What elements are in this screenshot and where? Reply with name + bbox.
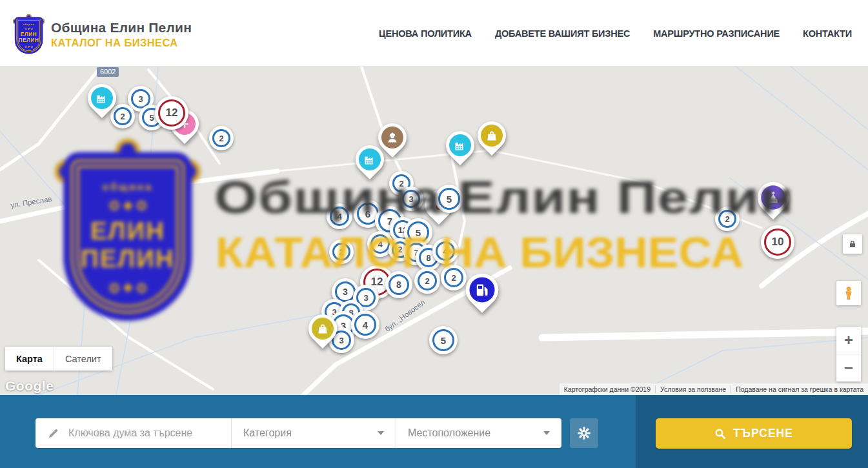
map-cluster-marker[interactable]: 2 bbox=[715, 207, 740, 231]
site-title: Община Елин Пелин bbox=[51, 20, 192, 36]
map-view-button[interactable]: Карта bbox=[5, 347, 54, 371]
crest-name-line2: ПЕЛИН bbox=[19, 37, 39, 43]
map-cluster-marker[interactable]: 5 bbox=[435, 185, 463, 213]
pencil-icon bbox=[47, 427, 59, 440]
map-cluster-marker[interactable]: 10 bbox=[761, 225, 794, 259]
satellite-view-button[interactable]: Сателит bbox=[54, 347, 112, 371]
nav-item-add-business[interactable]: ДОБАВЕТЕ ВАШИЯТ БИЗНЕС bbox=[495, 28, 630, 39]
category-select-value: Категория bbox=[243, 427, 292, 439]
search-bar: Категория Местоположение bbox=[0, 395, 868, 468]
road-number-shield: 6002 bbox=[97, 67, 119, 77]
map-cluster-marker[interactable]: 2 bbox=[441, 265, 467, 290]
advanced-search-settings-button[interactable] bbox=[570, 418, 598, 448]
zoom-in-button[interactable]: + bbox=[836, 327, 861, 354]
lock-scroll-control[interactable] bbox=[843, 234, 862, 254]
map-cluster-marker[interactable]: 12 bbox=[155, 96, 188, 130]
street-name-label: ул. Преслав bbox=[10, 195, 52, 209]
search-icon bbox=[714, 428, 726, 440]
google-map[interactable]: 3251222352467135242784128223338343510600… bbox=[0, 66, 868, 395]
keyword-field-section bbox=[35, 418, 231, 448]
map-pin-factory[interactable] bbox=[356, 145, 384, 174]
lock-icon bbox=[847, 239, 858, 249]
map-cluster-marker[interactable]: 8 bbox=[385, 271, 412, 298]
map-cluster-marker[interactable]: 2 bbox=[329, 239, 354, 264]
map-pin-factory[interactable] bbox=[88, 84, 116, 112]
logo-text: Община Елин Пелин КАТАЛОГ НА БИЗНЕСА bbox=[51, 20, 192, 49]
google-logo[interactable]: Google bbox=[5, 378, 54, 394]
location-select[interactable]: Местоположение bbox=[396, 418, 561, 448]
crest-region-label: община bbox=[23, 23, 34, 26]
map-type-control: Карта Сателит bbox=[5, 347, 112, 371]
report-map-error-link[interactable]: Подаване на сигнал за грешка в картата bbox=[731, 385, 868, 393]
street-name-label: бул. „Новосел bbox=[383, 298, 427, 333]
map-cluster-marker[interactable]: 4 bbox=[327, 203, 352, 229]
app-header: община ЕЛИН ПЕЛИН Община Елин Пелин КАТА… bbox=[0, 0, 868, 66]
crest-ornament bbox=[25, 28, 33, 30]
search-button-label: ТЪРСЕНЕ bbox=[733, 427, 793, 440]
chevron-down-icon bbox=[378, 431, 384, 435]
map-cluster-marker[interactable]: 5 bbox=[429, 326, 458, 354]
site-logo[interactable]: община ЕЛИН ПЕЛИН Община Елин Пелин КАТА… bbox=[13, 14, 192, 54]
main-nav: ЦЕНОВА ПОЛИТИКА ДОБАВЕТЕ ВАШИЯТ БИЗНЕС М… bbox=[379, 0, 852, 66]
crest-name-line1: ЕЛИН bbox=[21, 32, 37, 37]
zoom-out-button[interactable]: − bbox=[836, 354, 861, 382]
map-attribution: Картографски данни ©2019 Условия за полз… bbox=[560, 383, 868, 395]
search-button[interactable]: ТЪРСЕНЕ bbox=[656, 418, 852, 449]
keyword-search-input[interactable] bbox=[68, 427, 223, 439]
map-pin-church[interactable] bbox=[758, 182, 789, 213]
gear-icon bbox=[577, 426, 591, 440]
location-select-value: Местоположение bbox=[408, 427, 490, 439]
map-cluster-marker[interactable]: 2 bbox=[414, 268, 440, 294]
map-cluster-marker[interactable]: 3 bbox=[399, 187, 423, 211]
pegman-icon bbox=[842, 286, 856, 300]
search-field-group: Категория Местоположение bbox=[35, 418, 561, 448]
map-pin-bag[interactable] bbox=[478, 121, 506, 150]
map-data-copyright: Картографски данни ©2019 bbox=[560, 385, 655, 393]
map-pin-bag[interactable] bbox=[308, 314, 337, 343]
crest-shield: община ЕЛИН ПЕЛИН bbox=[15, 17, 43, 54]
street-view-pegman[interactable] bbox=[836, 281, 861, 305]
category-select[interactable]: Категория bbox=[231, 418, 396, 448]
municipality-crest-logo: община ЕЛИН ПЕЛИН bbox=[13, 14, 45, 54]
map-markers-layer: 3251222352467135242784128223338343510600… bbox=[0, 66, 868, 395]
chevron-down-icon bbox=[543, 431, 550, 435]
map-cluster-marker[interactable]: 2 bbox=[209, 126, 234, 150]
nav-item-pricing[interactable]: ЦЕНОВА ПОЛИТИКА bbox=[379, 28, 472, 39]
map-pin-fuel[interactable] bbox=[466, 274, 499, 307]
site-subtitle: КАТАЛОГ НА БИЗНЕСА bbox=[51, 37, 192, 49]
page: община ЕЛИН ПЕЛИН Община Елин Пелин КАТА… bbox=[0, 0, 868, 468]
map-pin-factory[interactable] bbox=[446, 131, 474, 159]
map-cluster-marker[interactable]: 4 bbox=[432, 238, 458, 264]
terms-of-use-link[interactable]: Условия за ползване bbox=[655, 385, 731, 393]
map-cluster-marker[interactable]: 4 bbox=[351, 310, 379, 339]
crest-ornament bbox=[25, 46, 33, 48]
nav-item-contacts[interactable]: КОНТАКТИ bbox=[803, 28, 852, 39]
zoom-control: + − bbox=[836, 327, 861, 382]
nav-item-timetable[interactable]: МАРШРУТНО РАЗПИСАНИЕ bbox=[653, 28, 780, 39]
